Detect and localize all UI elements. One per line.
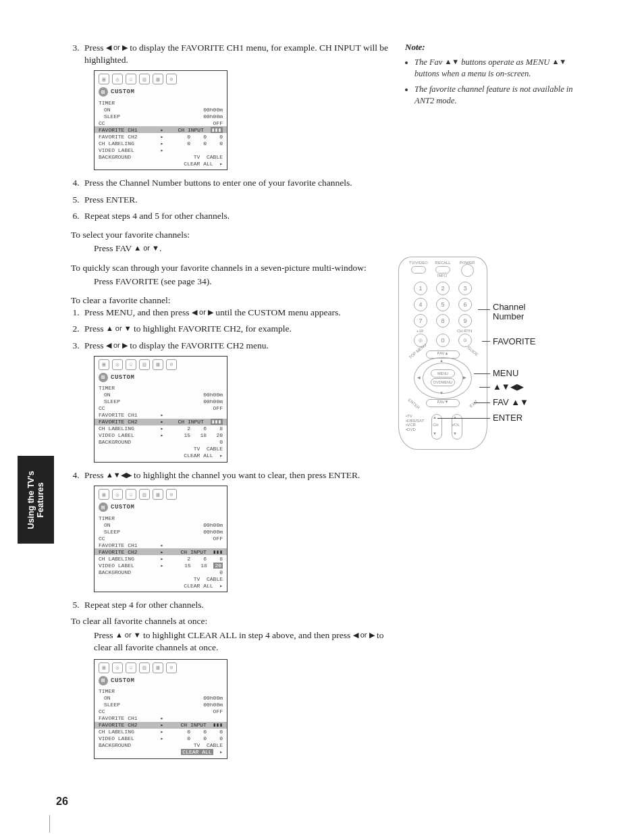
clear-step-3: Press ◀ or ▶ to display the FAVORITE CH2…	[82, 340, 388, 352]
select-heading: To select your favorite channels:	[71, 229, 388, 241]
clear-all-heading: To clear all favorite channels at once:	[71, 615, 388, 627]
osd-tab-icons: ▣◎☺▤▦⊘	[95, 71, 227, 86]
callout-fav-ab: FAV ▲▼	[493, 397, 529, 407]
note-list: The Fav ▲▼ buttons operate as MENU ▲▼ bu…	[405, 57, 581, 107]
clear-steps-b: Press ▲▼◀▶ to highlight the channel you …	[82, 469, 388, 481]
callout-menu: MENU	[493, 368, 518, 378]
scan-heading: To quickly scan through your favorite ch…	[71, 262, 388, 274]
select-line: Press FAV ▲ or ▼.	[94, 242, 388, 255]
callout-channel-number: ChannelNumber	[493, 303, 525, 322]
callout-arrows: ▲▼◀▶	[493, 382, 524, 392]
arrow-left-right-icon: ◀ or ▶	[106, 43, 128, 51]
step-4: Press the Channel Number buttons to ente…	[82, 177, 388, 189]
crop-mark	[49, 815, 50, 833]
callout-favorite: FAVORITE	[493, 336, 535, 346]
clear-step-4: Press ▲▼◀▶ to highlight the channel you …	[82, 469, 388, 481]
leader-line	[474, 373, 490, 374]
clear-heading: To clear a favorite channel:	[71, 294, 388, 307]
osd-screenshot-4: ▣◎☺▤▦⊘ ⊞CUSTOM TIMER ON00h00m SLEEP00h00…	[94, 659, 227, 759]
page-number: 26	[56, 796, 68, 808]
clear-step-1: Press MENU, and then press ◀ or ▶ until …	[82, 307, 388, 319]
note-item-1: The Fav ▲▼ buttons operate as MENU ▲▼ bu…	[414, 57, 581, 80]
leader-line	[479, 387, 490, 388]
steps-top: Press ◀ or ▶ to display the FAVORITE CH1…	[82, 42, 388, 66]
remote-diagram: TV/VIDEO RECALL POWER INFO 1 2 3 4 5 6 7…	[398, 257, 487, 450]
clear-steps-c: Repeat step 4 for other channels.	[82, 599, 388, 611]
note-item-2: The favorite channel feature is not avai…	[414, 84, 581, 107]
clear-all-line: Press ▲ or ▼ to highlight CLEAR ALL in s…	[94, 629, 388, 654]
steps-top-continued: Press the Channel Number buttons to ente…	[82, 177, 388, 222]
callout-enter: ENTER	[493, 413, 522, 423]
leader-line	[478, 309, 490, 310]
osd-screenshot-3: ▣◎☺▤▦⊘ ⊞CUSTOM TIMER ON00h00m SLEEP00h00…	[94, 486, 227, 592]
section-tab: Using the TV'sFeatures	[18, 456, 54, 544]
scan-line: Press FAVORITE (see page 34).	[94, 276, 388, 288]
clear-step-5: Repeat step 4 for other channels.	[82, 599, 388, 611]
leader-line	[474, 402, 490, 403]
leader-line	[437, 418, 490, 419]
osd-screenshot-2: ▣◎☺▤▦⊘ ⊞CUSTOM TIMER ON00h00m SLEEP00h00…	[94, 356, 227, 463]
note-column: Note: The Fav ▲▼ buttons operate as MENU…	[405, 42, 581, 111]
step-6: Repeat steps 4 and 5 for other channels.	[82, 210, 388, 222]
clear-steps-a: Press MENU, and then press ◀ or ▶ until …	[82, 307, 388, 352]
leader-line	[482, 341, 490, 342]
step-5: Press ENTER.	[82, 194, 388, 206]
step-3: Press ◀ or ▶ to display the FAVORITE CH1…	[82, 42, 388, 66]
clear-step-2: Press ▲ or ▼ to highlight FAVORITE CH2, …	[82, 323, 388, 335]
main-column: Press ◀ or ▶ to display the FAVORITE CH1…	[71, 42, 388, 766]
note-heading: Note:	[405, 42, 581, 53]
arrow-up-down-icon: ▲ or ▼	[134, 244, 159, 252]
osd-screenshot-1: ▣◎☺▤▦⊘ ⊞CUSTOM TIMER ON00h00m SLEEP00h00…	[94, 70, 227, 170]
